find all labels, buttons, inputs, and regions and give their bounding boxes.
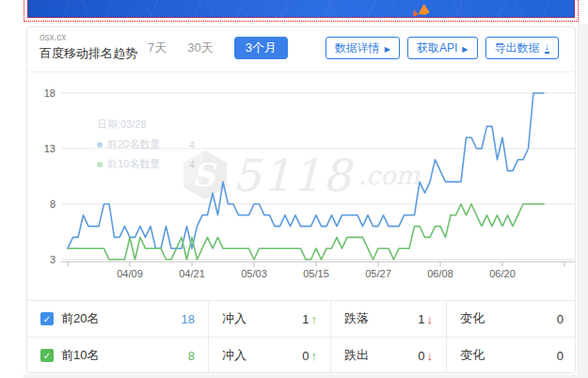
tab-30-days[interactable]: 30天 <box>187 39 213 56</box>
svg-text:06/20: 06/20 <box>489 268 516 279</box>
svg-text:18: 18 <box>44 87 56 99</box>
table-row-top20-surge-cell: 冲入 1 ↑ <box>209 301 331 338</box>
card-header: osx.cx 百度移动排名趋势 7天 30天 3个月 数据详情 获取API 导出… <box>27 27 575 72</box>
down-arrow-icon: ↓ <box>427 312 434 326</box>
play-icon <box>385 41 390 55</box>
rocket-flame-icon <box>418 3 430 15</box>
table-row-top10-dropout-cell: 跌出 0 ↓ <box>331 338 447 373</box>
get-api-button[interactable]: 获取API <box>407 37 478 59</box>
svg-text:04/21: 04/21 <box>179 268 205 279</box>
surge-label: 冲入 <box>222 347 246 364</box>
chart-title: 百度移动排名趋势 <box>40 45 137 62</box>
page-background-strip <box>577 24 588 378</box>
table-row-top10-change-cell: 变化 0 <box>447 338 576 373</box>
top20-checkbox[interactable] <box>40 312 54 325</box>
get-api-label: 获取API <box>417 40 457 56</box>
table-row-top10-surge-cell: 冲入 0 ↑ <box>209 338 331 373</box>
tab-3-months[interactable]: 3个月 <box>234 37 288 59</box>
period-tabs: 7天 30天 3个月 <box>148 38 288 58</box>
surge-value: 1 <box>302 312 309 326</box>
svg-text:05/15: 05/15 <box>303 268 329 279</box>
surge-value: 0 <box>302 349 309 363</box>
svg-text:04/09: 04/09 <box>117 268 143 279</box>
table-row-top20-change-cell: 变化 0 <box>447 301 576 338</box>
action-buttons: 数据详情 获取API 导出数据 <box>326 37 559 59</box>
table-row-top10-series-cell: 前10名 8 <box>27 338 209 373</box>
down-arrow-icon: ↓ <box>427 349 434 363</box>
change-label: 变化 <box>460 310 485 327</box>
export-data-button[interactable]: 导出数据 <box>485 37 560 59</box>
table-row-top20-series-cell: 前20名 18 <box>27 301 209 338</box>
banner-selection-marquee <box>24 0 579 22</box>
play-icon <box>462 41 468 55</box>
top20-label: 前20名 <box>61 310 99 327</box>
change-label: 变化 <box>460 347 485 364</box>
fall-label: 跌落 <box>344 310 369 327</box>
page-background-strip <box>24 374 588 378</box>
up-arrow-icon: ↑ <box>311 312 318 326</box>
rank-summary-table: 前20名 18 冲入 1 ↑ 跌落 1 ↓ 变化 0 前10名 8 <box>27 300 576 373</box>
table-row-top20-fall-cell: 跌落 1 ↓ <box>331 301 447 338</box>
up-arrow-icon: ↑ <box>311 349 318 363</box>
dropout-label: 跌出 <box>344 347 369 364</box>
promo-banner[interactable] <box>27 0 575 18</box>
dropout-value: 0 <box>418 349 424 363</box>
top10-label: 前10名 <box>61 347 99 364</box>
svg-text:13: 13 <box>44 143 56 154</box>
svg-text:8: 8 <box>50 198 56 210</box>
download-icon <box>545 42 550 54</box>
top10-total: 8 <box>188 349 195 363</box>
trend-chart[interactable]: 38131804/0904/2105/0305/1505/2706/0806/2… <box>27 81 576 292</box>
svg-text:3: 3 <box>50 254 56 265</box>
domain-label: osx.cx <box>40 32 66 42</box>
change-value: 0 <box>557 349 564 363</box>
fall-value: 1 <box>418 312 424 326</box>
surge-label: 冲入 <box>222 310 246 327</box>
top20-total: 18 <box>182 312 195 326</box>
svg-text:05/27: 05/27 <box>365 268 391 279</box>
export-data-label: 导出数据 <box>495 40 540 56</box>
change-value: 0 <box>557 312 564 326</box>
top10-checkbox[interactable] <box>40 349 54 362</box>
flame-icon <box>411 8 419 17</box>
data-details-label: 数据详情 <box>335 40 380 56</box>
data-details-button[interactable]: 数据详情 <box>326 37 400 59</box>
tab-7-days[interactable]: 7天 <box>148 39 167 56</box>
svg-text:05/03: 05/03 <box>241 268 267 279</box>
svg-text:06/08: 06/08 <box>427 268 453 279</box>
trend-card: osx.cx 百度移动排名趋势 7天 30天 3个月 数据详情 获取API 导出… <box>26 26 576 373</box>
